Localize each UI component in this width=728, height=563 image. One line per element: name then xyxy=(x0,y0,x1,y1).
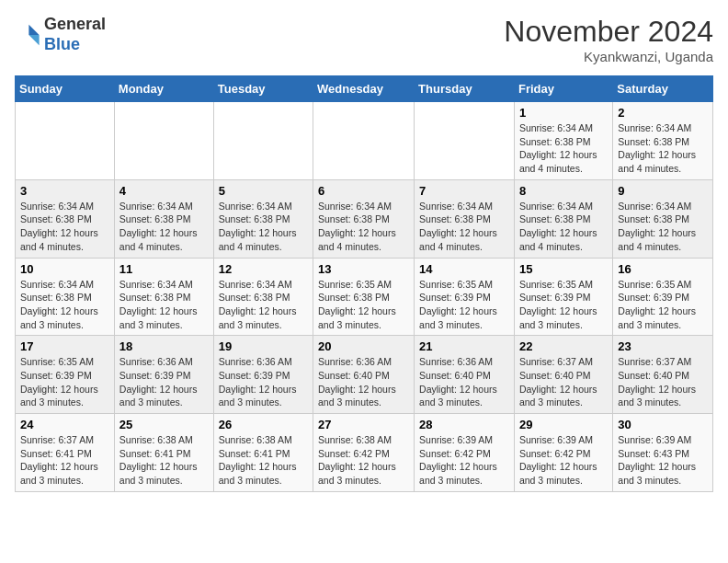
calendar-cell: 27Sunrise: 6:38 AM Sunset: 6:42 PM Dayli… xyxy=(313,414,415,492)
day-number: 10 xyxy=(20,262,109,276)
day-number: 3 xyxy=(20,184,109,198)
month-title: November 2024 xyxy=(504,15,713,49)
day-number: 11 xyxy=(119,262,209,276)
calendar-header-friday: Friday xyxy=(514,76,612,102)
day-number: 23 xyxy=(618,339,708,353)
calendar-cell: 1Sunrise: 6:34 AM Sunset: 6:38 PM Daylig… xyxy=(514,102,612,180)
day-number: 17 xyxy=(20,339,109,353)
calendar-header-wednesday: Wednesday xyxy=(313,76,415,102)
day-info: Sunrise: 6:36 AM Sunset: 6:39 PM Dayligh… xyxy=(219,355,308,409)
day-info: Sunrise: 6:35 AM Sunset: 6:39 PM Dayligh… xyxy=(618,278,708,332)
day-info: Sunrise: 6:35 AM Sunset: 6:39 PM Dayligh… xyxy=(20,355,109,409)
day-info: Sunrise: 6:34 AM Sunset: 6:38 PM Dayligh… xyxy=(519,200,608,254)
day-info: Sunrise: 6:34 AM Sunset: 6:38 PM Dayligh… xyxy=(219,278,308,332)
day-number: 20 xyxy=(318,339,409,353)
calendar-cell xyxy=(213,102,313,180)
calendar-cell: 3Sunrise: 6:34 AM Sunset: 6:38 PM Daylig… xyxy=(16,179,115,258)
calendar-cell: 17Sunrise: 6:35 AM Sunset: 6:39 PM Dayli… xyxy=(16,336,115,414)
calendar-week-row: 3Sunrise: 6:34 AM Sunset: 6:38 PM Daylig… xyxy=(16,179,713,258)
day-number: 24 xyxy=(20,418,109,431)
calendar-cell: 7Sunrise: 6:34 AM Sunset: 6:38 PM Daylig… xyxy=(415,179,515,258)
calendar-cell: 16Sunrise: 6:35 AM Sunset: 6:39 PM Dayli… xyxy=(613,258,713,336)
logo: General Blue xyxy=(15,15,106,54)
title-block: November 2024 Kyankwanzi, Uganda xyxy=(504,15,713,64)
day-number: 26 xyxy=(219,418,308,431)
day-number: 18 xyxy=(119,339,209,353)
day-number: 8 xyxy=(519,184,608,198)
day-number: 29 xyxy=(519,418,608,431)
calendar-cell xyxy=(16,102,115,180)
calendar-header-tuesday: Tuesday xyxy=(213,76,313,102)
calendar-cell: 9Sunrise: 6:34 AM Sunset: 6:38 PM Daylig… xyxy=(613,179,713,258)
day-info: Sunrise: 6:37 AM Sunset: 6:40 PM Dayligh… xyxy=(618,355,708,409)
svg-marker-0 xyxy=(28,24,39,34)
day-number: 15 xyxy=(519,262,608,276)
calendar-cell: 10Sunrise: 6:34 AM Sunset: 6:38 PM Dayli… xyxy=(16,258,115,336)
day-number: 21 xyxy=(419,339,509,353)
day-info: Sunrise: 6:37 AM Sunset: 6:40 PM Dayligh… xyxy=(519,355,608,409)
calendar-cell: 30Sunrise: 6:39 AM Sunset: 6:43 PM Dayli… xyxy=(613,414,713,492)
day-info: Sunrise: 6:34 AM Sunset: 6:38 PM Dayligh… xyxy=(618,121,708,176)
calendar-cell: 13Sunrise: 6:35 AM Sunset: 6:38 PM Dayli… xyxy=(313,258,415,336)
day-info: Sunrise: 6:34 AM Sunset: 6:38 PM Dayligh… xyxy=(20,200,109,254)
calendar-header-thursday: Thursday xyxy=(415,76,515,102)
calendar-cell xyxy=(114,102,213,180)
calendar-header-sunday: Sunday xyxy=(16,76,115,102)
day-info: Sunrise: 6:34 AM Sunset: 6:38 PM Dayligh… xyxy=(419,200,509,254)
calendar-cell xyxy=(313,102,415,180)
day-number: 9 xyxy=(618,184,708,198)
day-info: Sunrise: 6:34 AM Sunset: 6:38 PM Dayligh… xyxy=(20,278,109,332)
calendar-cell: 20Sunrise: 6:36 AM Sunset: 6:40 PM Dayli… xyxy=(313,336,415,414)
day-number: 1 xyxy=(519,106,608,120)
day-info: Sunrise: 6:39 AM Sunset: 6:43 PM Dayligh… xyxy=(618,433,708,488)
calendar-cell: 8Sunrise: 6:34 AM Sunset: 6:38 PM Daylig… xyxy=(514,179,612,258)
day-info: Sunrise: 6:38 AM Sunset: 6:41 PM Dayligh… xyxy=(219,433,308,488)
calendar-week-row: 24Sunrise: 6:37 AM Sunset: 6:41 PM Dayli… xyxy=(16,414,713,492)
day-number: 28 xyxy=(419,418,509,431)
day-info: Sunrise: 6:34 AM Sunset: 6:38 PM Dayligh… xyxy=(618,200,708,254)
location: Kyankwanzi, Uganda xyxy=(504,49,713,64)
calendar-cell: 29Sunrise: 6:39 AM Sunset: 6:42 PM Dayli… xyxy=(514,414,612,492)
logo-icon xyxy=(15,22,40,48)
calendar-header-row: SundayMondayTuesdayWednesdayThursdayFrid… xyxy=(16,76,713,102)
day-info: Sunrise: 6:34 AM Sunset: 6:38 PM Dayligh… xyxy=(219,200,308,254)
calendar-cell: 26Sunrise: 6:38 AM Sunset: 6:41 PM Dayli… xyxy=(213,414,313,492)
day-info: Sunrise: 6:37 AM Sunset: 6:41 PM Dayligh… xyxy=(20,433,109,488)
calendar-cell: 19Sunrise: 6:36 AM Sunset: 6:39 PM Dayli… xyxy=(213,336,313,414)
calendar-header-monday: Monday xyxy=(114,76,213,102)
calendar-week-row: 1Sunrise: 6:34 AM Sunset: 6:38 PM Daylig… xyxy=(16,102,713,180)
calendar-cell: 11Sunrise: 6:34 AM Sunset: 6:38 PM Dayli… xyxy=(114,258,213,336)
calendar-cell: 18Sunrise: 6:36 AM Sunset: 6:39 PM Dayli… xyxy=(114,336,213,414)
calendar-cell: 14Sunrise: 6:35 AM Sunset: 6:39 PM Dayli… xyxy=(415,258,515,336)
day-info: Sunrise: 6:35 AM Sunset: 6:39 PM Dayligh… xyxy=(519,278,608,332)
calendar-week-row: 10Sunrise: 6:34 AM Sunset: 6:38 PM Dayli… xyxy=(16,258,713,336)
day-number: 12 xyxy=(219,262,308,276)
day-info: Sunrise: 6:35 AM Sunset: 6:38 PM Dayligh… xyxy=(318,278,409,332)
day-info: Sunrise: 6:39 AM Sunset: 6:42 PM Dayligh… xyxy=(419,433,509,488)
day-info: Sunrise: 6:34 AM Sunset: 6:38 PM Dayligh… xyxy=(119,278,209,332)
day-number: 6 xyxy=(318,184,409,198)
day-info: Sunrise: 6:34 AM Sunset: 6:38 PM Dayligh… xyxy=(519,121,608,176)
day-info: Sunrise: 6:36 AM Sunset: 6:40 PM Dayligh… xyxy=(419,355,509,409)
logo-blue: Blue xyxy=(44,35,80,53)
day-number: 19 xyxy=(219,339,308,353)
calendar-week-row: 17Sunrise: 6:35 AM Sunset: 6:39 PM Dayli… xyxy=(16,336,713,414)
day-number: 30 xyxy=(618,418,708,431)
calendar-cell xyxy=(415,102,515,180)
day-number: 7 xyxy=(419,184,509,198)
day-info: Sunrise: 6:34 AM Sunset: 6:38 PM Dayligh… xyxy=(318,200,409,254)
day-info: Sunrise: 6:36 AM Sunset: 6:40 PM Dayligh… xyxy=(318,355,409,409)
day-info: Sunrise: 6:35 AM Sunset: 6:39 PM Dayligh… xyxy=(419,278,509,332)
day-info: Sunrise: 6:36 AM Sunset: 6:39 PM Dayligh… xyxy=(119,355,209,409)
day-number: 4 xyxy=(119,184,209,198)
calendar-cell: 22Sunrise: 6:37 AM Sunset: 6:40 PM Dayli… xyxy=(514,336,612,414)
calendar-cell: 21Sunrise: 6:36 AM Sunset: 6:40 PM Dayli… xyxy=(415,336,515,414)
day-info: Sunrise: 6:34 AM Sunset: 6:38 PM Dayligh… xyxy=(119,200,209,254)
day-number: 2 xyxy=(618,106,708,120)
day-number: 5 xyxy=(219,184,308,198)
day-number: 16 xyxy=(618,262,708,276)
day-number: 13 xyxy=(318,262,409,276)
calendar-cell: 25Sunrise: 6:38 AM Sunset: 6:41 PM Dayli… xyxy=(114,414,213,492)
day-info: Sunrise: 6:38 AM Sunset: 6:41 PM Dayligh… xyxy=(119,433,209,488)
calendar: SundayMondayTuesdayWednesdayThursdayFrid… xyxy=(15,75,713,492)
